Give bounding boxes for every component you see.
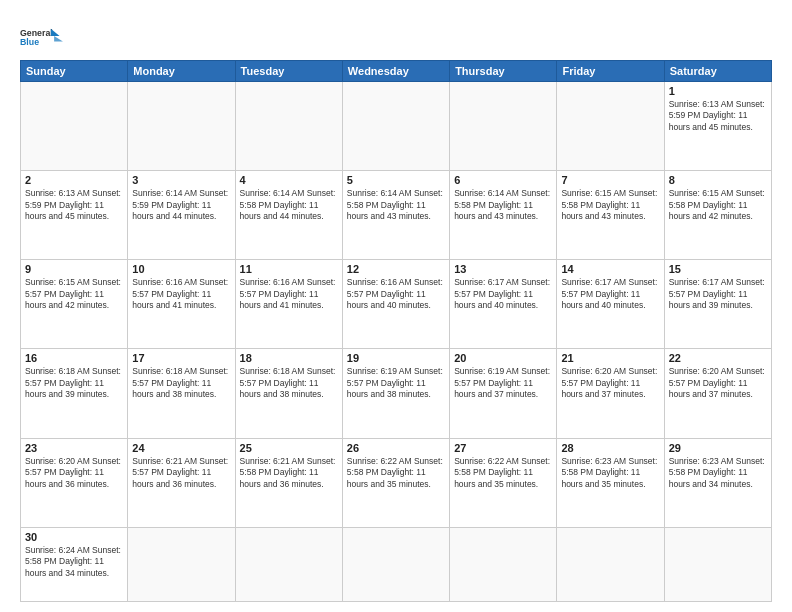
day-info: Sunrise: 6:13 AM Sunset: 5:59 PM Dayligh… [669,99,767,133]
calendar-cell: 19Sunrise: 6:19 AM Sunset: 5:57 PM Dayli… [342,349,449,438]
day-number: 11 [240,263,338,275]
day-info: Sunrise: 6:22 AM Sunset: 5:58 PM Dayligh… [347,456,445,490]
calendar-cell [450,527,557,601]
day-info: Sunrise: 6:16 AM Sunset: 5:57 PM Dayligh… [240,277,338,311]
calendar-cell: 1Sunrise: 6:13 AM Sunset: 5:59 PM Daylig… [664,82,771,171]
calendar-cell: 6Sunrise: 6:14 AM Sunset: 5:58 PM Daylig… [450,171,557,260]
calendar-cell [128,82,235,171]
col-tuesday: Tuesday [235,61,342,82]
calendar-cell: 16Sunrise: 6:18 AM Sunset: 5:57 PM Dayli… [21,349,128,438]
calendar-week-row: 2Sunrise: 6:13 AM Sunset: 5:59 PM Daylig… [21,171,772,260]
day-info: Sunrise: 6:20 AM Sunset: 5:57 PM Dayligh… [669,366,767,400]
day-info: Sunrise: 6:18 AM Sunset: 5:57 PM Dayligh… [132,366,230,400]
col-wednesday: Wednesday [342,61,449,82]
day-number: 30 [25,531,123,543]
day-number: 7 [561,174,659,186]
col-thursday: Thursday [450,61,557,82]
calendar-week-row: 23Sunrise: 6:20 AM Sunset: 5:57 PM Dayli… [21,438,772,527]
day-number: 25 [240,442,338,454]
day-number: 13 [454,263,552,275]
calendar-cell [21,82,128,171]
day-info: Sunrise: 6:18 AM Sunset: 5:57 PM Dayligh… [240,366,338,400]
calendar-cell: 15Sunrise: 6:17 AM Sunset: 5:57 PM Dayli… [664,260,771,349]
calendar-cell: 10Sunrise: 6:16 AM Sunset: 5:57 PM Dayli… [128,260,235,349]
header: General Blue [20,18,772,52]
day-info: Sunrise: 6:24 AM Sunset: 5:58 PM Dayligh… [25,545,123,579]
day-info: Sunrise: 6:17 AM Sunset: 5:57 PM Dayligh… [669,277,767,311]
day-number: 21 [561,352,659,364]
calendar-cell [450,82,557,171]
calendar-cell: 2Sunrise: 6:13 AM Sunset: 5:59 PM Daylig… [21,171,128,260]
calendar-cell: 13Sunrise: 6:17 AM Sunset: 5:57 PM Dayli… [450,260,557,349]
day-info: Sunrise: 6:20 AM Sunset: 5:57 PM Dayligh… [561,366,659,400]
day-number: 17 [132,352,230,364]
day-number: 24 [132,442,230,454]
calendar-cell [235,527,342,601]
calendar-cell: 23Sunrise: 6:20 AM Sunset: 5:57 PM Dayli… [21,438,128,527]
day-info: Sunrise: 6:14 AM Sunset: 5:58 PM Dayligh… [347,188,445,222]
calendar-cell: 8Sunrise: 6:15 AM Sunset: 5:58 PM Daylig… [664,171,771,260]
calendar-cell [342,82,449,171]
day-info: Sunrise: 6:14 AM Sunset: 5:58 PM Dayligh… [454,188,552,222]
calendar-cell [235,82,342,171]
calendar-week-row: 9Sunrise: 6:15 AM Sunset: 5:57 PM Daylig… [21,260,772,349]
calendar-cell: 14Sunrise: 6:17 AM Sunset: 5:57 PM Dayli… [557,260,664,349]
calendar-cell: 28Sunrise: 6:23 AM Sunset: 5:58 PM Dayli… [557,438,664,527]
calendar-cell: 9Sunrise: 6:15 AM Sunset: 5:57 PM Daylig… [21,260,128,349]
day-number: 18 [240,352,338,364]
day-number: 14 [561,263,659,275]
calendar-cell: 7Sunrise: 6:15 AM Sunset: 5:58 PM Daylig… [557,171,664,260]
col-friday: Friday [557,61,664,82]
calendar-cell: 25Sunrise: 6:21 AM Sunset: 5:58 PM Dayli… [235,438,342,527]
col-sunday: Sunday [21,61,128,82]
calendar-cell [128,527,235,601]
calendar-table: Sunday Monday Tuesday Wednesday Thursday… [20,60,772,602]
col-monday: Monday [128,61,235,82]
day-number: 9 [25,263,123,275]
calendar-cell: 18Sunrise: 6:18 AM Sunset: 5:57 PM Dayli… [235,349,342,438]
day-number: 12 [347,263,445,275]
day-info: Sunrise: 6:21 AM Sunset: 5:58 PM Dayligh… [240,456,338,490]
day-number: 27 [454,442,552,454]
calendar-cell: 26Sunrise: 6:22 AM Sunset: 5:58 PM Dayli… [342,438,449,527]
calendar-week-row: 30Sunrise: 6:24 AM Sunset: 5:58 PM Dayli… [21,527,772,601]
day-number: 23 [25,442,123,454]
day-number: 22 [669,352,767,364]
logo-icon: General Blue [20,22,64,52]
day-number: 28 [561,442,659,454]
calendar-cell: 5Sunrise: 6:14 AM Sunset: 5:58 PM Daylig… [342,171,449,260]
day-info: Sunrise: 6:19 AM Sunset: 5:57 PM Dayligh… [347,366,445,400]
day-info: Sunrise: 6:19 AM Sunset: 5:57 PM Dayligh… [454,366,552,400]
day-number: 15 [669,263,767,275]
day-info: Sunrise: 6:13 AM Sunset: 5:59 PM Dayligh… [25,188,123,222]
calendar-cell [557,527,664,601]
day-number: 16 [25,352,123,364]
day-number: 8 [669,174,767,186]
calendar-cell: 27Sunrise: 6:22 AM Sunset: 5:58 PM Dayli… [450,438,557,527]
calendar-cell: 29Sunrise: 6:23 AM Sunset: 5:58 PM Dayli… [664,438,771,527]
day-info: Sunrise: 6:15 AM Sunset: 5:58 PM Dayligh… [561,188,659,222]
day-info: Sunrise: 6:20 AM Sunset: 5:57 PM Dayligh… [25,456,123,490]
calendar-week-row: 16Sunrise: 6:18 AM Sunset: 5:57 PM Dayli… [21,349,772,438]
day-info: Sunrise: 6:15 AM Sunset: 5:58 PM Dayligh… [669,188,767,222]
day-info: Sunrise: 6:22 AM Sunset: 5:58 PM Dayligh… [454,456,552,490]
day-number: 10 [132,263,230,275]
day-info: Sunrise: 6:21 AM Sunset: 5:57 PM Dayligh… [132,456,230,490]
day-number: 29 [669,442,767,454]
calendar-cell: 20Sunrise: 6:19 AM Sunset: 5:57 PM Dayli… [450,349,557,438]
calendar-cell: 12Sunrise: 6:16 AM Sunset: 5:57 PM Dayli… [342,260,449,349]
day-number: 3 [132,174,230,186]
calendar-cell: 24Sunrise: 6:21 AM Sunset: 5:57 PM Dayli… [128,438,235,527]
svg-marker-3 [54,36,63,42]
day-number: 6 [454,174,552,186]
calendar-week-row: 1Sunrise: 6:13 AM Sunset: 5:59 PM Daylig… [21,82,772,171]
calendar-header-row: Sunday Monday Tuesday Wednesday Thursday… [21,61,772,82]
day-info: Sunrise: 6:17 AM Sunset: 5:57 PM Dayligh… [454,277,552,311]
col-saturday: Saturday [664,61,771,82]
day-info: Sunrise: 6:23 AM Sunset: 5:58 PM Dayligh… [669,456,767,490]
day-number: 5 [347,174,445,186]
calendar-cell [342,527,449,601]
day-info: Sunrise: 6:18 AM Sunset: 5:57 PM Dayligh… [25,366,123,400]
day-info: Sunrise: 6:14 AM Sunset: 5:58 PM Dayligh… [240,188,338,222]
day-number: 1 [669,85,767,97]
